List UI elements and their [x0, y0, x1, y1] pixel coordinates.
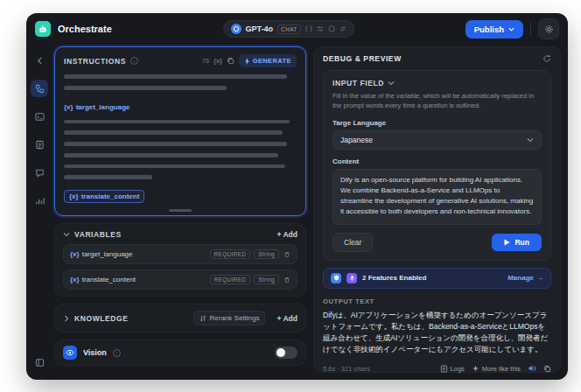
collapse-panel-button[interactable]: [31, 354, 48, 371]
copy-prompt-button[interactable]: [227, 57, 234, 65]
output-text-title: OUTPUT TEXT: [323, 298, 551, 305]
copy-icon: [543, 365, 551, 373]
input-field-title: INPUT FIELD: [332, 79, 384, 88]
robot-icon: [38, 24, 48, 34]
variable-name: {x}target_language: [70, 250, 133, 258]
output-footer: 5.6s · 321 chars Logs More like this: [323, 364, 551, 373]
generate-label: GENERATE: [253, 57, 291, 65]
orchestrate-icon: [35, 84, 45, 94]
instructions-panel[interactable]: INSTRUCTIONS i 76 {x} GENERATE {x}target: [54, 46, 306, 216]
model-selector[interactable]: GPT-4o CHAT: [223, 20, 354, 38]
collapse-variables-button[interactable]: [63, 231, 70, 238]
variable-menu-button[interactable]: [284, 251, 290, 258]
prompt-text-line: [64, 164, 285, 169]
vision-toggle[interactable]: [275, 346, 298, 359]
chevron-right-icon: [63, 315, 70, 322]
settings-button[interactable]: [538, 18, 559, 39]
prompt-text-line: [64, 86, 227, 90]
prompt-text-line: [64, 74, 287, 79]
nav-logs[interactable]: [31, 136, 48, 153]
prompt-text-line: [64, 120, 290, 124]
params-icon: [317, 25, 324, 32]
play-icon: [504, 239, 510, 246]
nav-annotations[interactable]: [31, 164, 48, 181]
run-label: Run: [514, 238, 529, 247]
model-mode-badge: CHAT: [277, 24, 301, 34]
variable-row[interactable]: {x}translate_content REQUIRED String: [63, 270, 298, 290]
instructions-title: INSTRUCTIONS: [64, 57, 126, 66]
features-enabled-label: 2 Features Enabled: [362, 274, 426, 282]
vision-label: Vision: [83, 348, 107, 357]
nav-monitoring[interactable]: [31, 192, 48, 209]
more-like-this-button[interactable]: More like this: [472, 365, 521, 373]
variable-menu-button[interactable]: [284, 276, 290, 284]
back-button[interactable]: [31, 52, 48, 69]
add-variable-button[interactable]: + Add: [276, 230, 298, 239]
nav-api[interactable]: [31, 108, 48, 125]
prompt-text-line: [64, 130, 283, 135]
variable-chip-target-language[interactable]: {x}target_language: [64, 103, 130, 111]
app-icon[interactable]: [35, 21, 51, 37]
sort-icon: [200, 315, 206, 322]
variable-row[interactable]: {x}target_language REQUIRED String: [63, 244, 298, 264]
restart-button[interactable]: [542, 54, 551, 63]
chevron-down-icon: [388, 80, 395, 87]
prompt-text-line: [64, 142, 287, 146]
trash-icon: [284, 276, 290, 284]
vision-icon: [63, 346, 77, 360]
arrow-left-icon: [35, 56, 45, 66]
content-label: Content: [332, 158, 542, 165]
rerank-settings-button[interactable]: Rerank Settings: [193, 311, 266, 326]
swap-icon: [340, 25, 346, 32]
run-button[interactable]: Run: [492, 234, 542, 251]
add-knowledge-button[interactable]: + Add: [276, 314, 298, 323]
expand-knowledge-button[interactable]: [63, 315, 70, 322]
sparkle-icon: [472, 365, 480, 373]
debug-preview-title: DEBUG & PREVIEW: [323, 54, 402, 63]
logs-icon: [35, 140, 45, 150]
logs-label: Logs: [451, 365, 465, 373]
more-like-this-label: More like this: [482, 365, 521, 373]
page-title: Orchestrate: [58, 24, 112, 34]
left-rail: [26, 45, 52, 380]
insert-variable-button[interactable]: {x}: [214, 57, 221, 65]
read-aloud-button[interactable]: [528, 364, 536, 373]
knowledge-section: KNOWLEDGE Rerank Settings + Add: [54, 304, 306, 332]
resize-handle[interactable]: [169, 209, 192, 212]
clear-button[interactable]: Clear: [332, 233, 373, 252]
copy-output-button[interactable]: [543, 365, 551, 373]
prompt-text-line: [64, 175, 152, 179]
output-text: Difyは、AIアプリケーションを構築するためのオープンソースプラットフォームで…: [323, 310, 551, 356]
logs-icon: [440, 365, 448, 373]
info-icon: i: [113, 349, 121, 357]
input-field-description: Fill in the value of the variable, which…: [332, 92, 542, 111]
refresh-icon: [542, 54, 551, 63]
speech-feature-icon: [346, 273, 357, 284]
selected-language: Japanese: [340, 136, 373, 144]
tokens-icon: [328, 25, 335, 32]
collapse-input-field-button[interactable]: [388, 80, 395, 87]
input-field-card: INPUT FIELD Fill in the value of the var…: [323, 70, 551, 261]
features-bar[interactable]: 2 Features Enabled Manage→: [323, 268, 551, 289]
generate-button[interactable]: GENERATE: [239, 54, 297, 67]
terminal-icon: [35, 112, 45, 122]
content-textarea[interactable]: Dify is an open-source platform for buil…: [332, 169, 542, 225]
knowledge-title: KNOWLEDGE: [74, 314, 129, 323]
header-divider: [530, 22, 531, 36]
variable-chip-translate-content[interactable]: {x}translate_content: [64, 190, 144, 203]
nav-orchestrate[interactable]: [31, 80, 48, 97]
rerank-label: Rerank Settings: [210, 314, 260, 322]
logs-button[interactable]: Logs: [440, 365, 465, 373]
output-stats: 5.6s · 321 chars: [323, 365, 370, 373]
manage-features-link[interactable]: Manage→: [508, 274, 543, 282]
gear-icon: [544, 24, 554, 34]
publish-button[interactable]: Publish: [466, 20, 523, 38]
char-count: 76: [201, 57, 209, 65]
variable-name: {x}translate_content: [70, 276, 136, 284]
model-name: GPT-4o: [246, 24, 274, 33]
chevron-down-icon: [527, 136, 534, 144]
vision-feature-row: Vision i: [54, 340, 306, 366]
publish-label: Publish: [474, 24, 504, 34]
info-icon: i: [130, 57, 138, 65]
target-language-select[interactable]: Japanese: [332, 130, 542, 150]
